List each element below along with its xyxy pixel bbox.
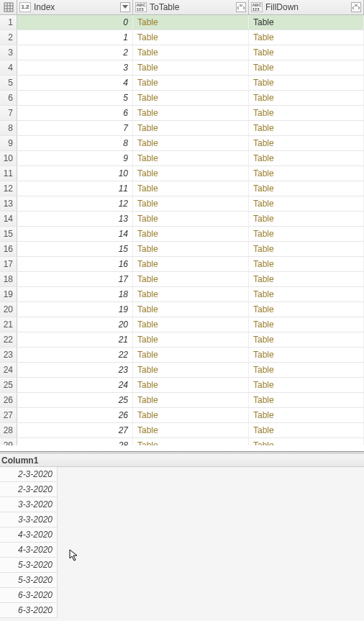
cell-totable[interactable]: Table [133,317,249,332]
cell-totable[interactable]: Table [133,423,249,438]
table-row[interactable]: 2928TableTable [0,438,364,445]
cell-totable[interactable]: Table [133,181,249,196]
preview-row[interactable]: 5-3-2020 [0,558,58,573]
table-row[interactable]: 1514TableTable [0,227,364,242]
cell-filldown[interactable]: Table [249,106,364,120]
table-row[interactable]: 2221TableTable [0,332,364,348]
row-header[interactable]: 21 [0,317,17,332]
table-row[interactable]: 1817TableTable [0,272,364,287]
expand-button[interactable] [351,2,361,12]
table-row[interactable]: 10TableTable [0,15,364,30]
table-row[interactable]: 1918TableTable [0,287,364,302]
cell-filldown[interactable]: Table [249,196,364,211]
cell-totable[interactable]: Table [133,227,249,241]
filter-dropdown-button[interactable] [120,2,130,12]
row-header[interactable]: 16 [0,242,17,256]
row-header[interactable]: 26 [0,393,17,407]
cell-filldown[interactable]: Table [249,287,364,302]
row-header[interactable]: 13 [0,196,17,211]
cell-totable[interactable]: Table [133,106,249,120]
row-header[interactable]: 8 [0,121,17,135]
cell-filldown[interactable]: Table [249,212,364,226]
column-header-totable[interactable]: ABC123 ToTable [133,0,249,14]
cell-totable[interactable]: Table [133,393,249,407]
table-row[interactable]: 2120TableTable [0,317,364,332]
row-header[interactable]: 18 [0,272,17,286]
row-header[interactable]: 29 [0,438,17,445]
table-row[interactable]: 2625TableTable [0,393,364,408]
cell-totable[interactable]: Table [133,196,249,211]
cell-index[interactable]: 7 [17,121,133,135]
cell-index[interactable]: 11 [17,181,133,196]
cell-totable[interactable]: Table [133,30,249,45]
cell-index[interactable]: 9 [17,151,133,166]
cell-index[interactable]: 17 [17,272,133,286]
cell-filldown[interactable]: Table [249,378,364,392]
preview-row[interactable]: 6-3-2020 [0,588,58,603]
cell-totable[interactable]: Table [133,302,249,317]
row-header[interactable]: 1 [0,15,17,30]
row-header[interactable]: 24 [0,363,17,377]
cell-filldown[interactable]: Table [249,181,364,196]
cell-index[interactable]: 16 [17,257,133,271]
cell-index[interactable]: 19 [17,302,133,317]
cell-index[interactable]: 24 [17,378,133,392]
cell-filldown[interactable]: Table [249,393,364,407]
column-header-filldown[interactable]: ABC123 FillDown [249,0,364,14]
cell-totable[interactable]: Table [133,136,249,150]
cell-totable[interactable]: Table [133,378,249,392]
cell-filldown[interactable]: Table [249,242,364,256]
cell-totable[interactable]: Table [133,332,249,347]
cell-filldown[interactable]: Table [249,76,364,90]
row-header[interactable]: 17 [0,257,17,271]
cell-filldown[interactable]: Table [249,91,364,105]
row-header[interactable]: 5 [0,76,17,90]
row-header[interactable]: 14 [0,212,17,226]
cell-totable[interactable]: Table [133,60,249,75]
cell-filldown[interactable]: Table [249,332,364,347]
preview-row[interactable]: 3-3-2020 [0,512,58,527]
row-header[interactable]: 9 [0,136,17,150]
table-row[interactable]: 1615TableTable [0,242,364,257]
preview-row[interactable]: 4-3-2020 [0,527,58,543]
table-row[interactable]: 2524TableTable [0,378,364,393]
table-row[interactable]: 1413TableTable [0,212,364,227]
cell-totable[interactable]: Table [133,166,249,181]
row-header[interactable]: 20 [0,302,17,317]
cell-filldown[interactable]: Table [249,227,364,241]
row-header[interactable]: 23 [0,348,17,362]
row-header[interactable]: 2 [0,30,17,45]
cell-index[interactable]: 8 [17,136,133,150]
preview-column-header[interactable]: Column1 [0,454,364,467]
cell-index[interactable]: 18 [17,287,133,302]
grid-body[interactable]: 10TableTable21TableTable32TableTable43Ta… [0,15,364,452]
table-row[interactable]: 32TableTable [0,45,364,60]
cell-totable[interactable]: Table [133,272,249,286]
cell-index[interactable]: 14 [17,227,133,241]
cell-filldown[interactable]: Table [249,121,364,135]
cell-totable[interactable]: Table [133,121,249,135]
cell-totable[interactable]: Table [133,45,249,60]
table-row[interactable]: 65TableTable [0,91,364,106]
row-header[interactable]: 28 [0,423,17,438]
table-row[interactable]: 1312TableTable [0,196,364,212]
cell-filldown[interactable]: Table [249,272,364,286]
cell-totable[interactable]: Table [133,408,249,422]
cell-index[interactable]: 26 [17,408,133,422]
cell-index[interactable]: 1 [17,30,133,45]
row-header[interactable]: 10 [0,151,17,166]
cell-totable[interactable]: Table [133,348,249,362]
cell-filldown[interactable]: Table [249,363,364,377]
cell-index[interactable]: 25 [17,393,133,407]
cell-filldown[interactable]: Table [249,348,364,362]
cell-filldown[interactable]: Table [249,151,364,166]
cell-index[interactable]: 21 [17,332,133,347]
table-menu-button[interactable] [0,0,17,14]
table-row[interactable]: 76TableTable [0,106,364,121]
cell-totable[interactable]: Table [133,363,249,377]
row-header[interactable]: 15 [0,227,17,241]
cell-index[interactable]: 20 [17,317,133,332]
preview-row[interactable]: 6-3-2020 [0,603,58,618]
cell-index[interactable]: 23 [17,363,133,377]
cell-index[interactable]: 0 [17,15,133,30]
